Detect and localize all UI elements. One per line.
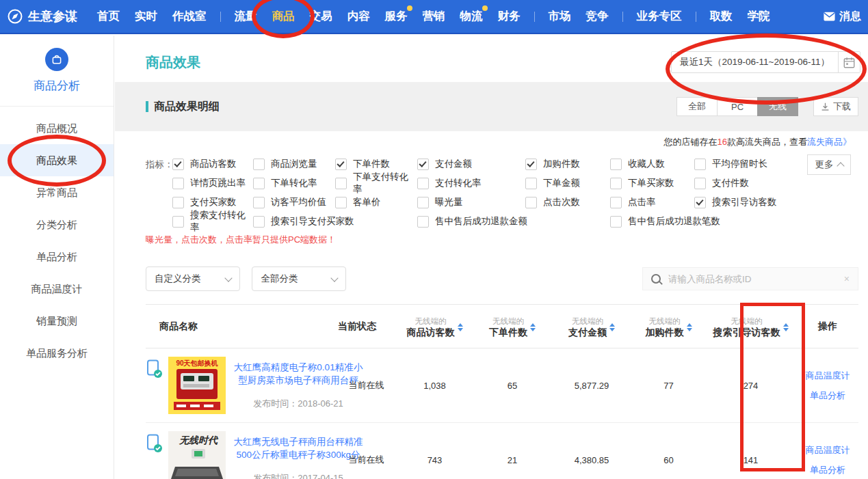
page-header: 商品效果 最近1天（2019-06-11~2019-06-11） — [115, 36, 868, 82]
metric-checkbox[interactable] — [610, 159, 622, 170]
sidebar-item[interactable]: 商品概况 — [0, 112, 114, 144]
sidebar-item[interactable]: 商品温度计 — [0, 273, 114, 305]
metric-option-label: 搜索支付转化率 — [190, 209, 253, 234]
nav-item[interactable]: 市场 — [549, 9, 571, 24]
clear-search-icon[interactable]: × — [844, 273, 850, 284]
wireless-online-icon — [146, 434, 163, 453]
nav-item[interactable]: 商品 — [272, 9, 295, 24]
channel-tab[interactable]: 全部 — [676, 97, 718, 116]
product-name-link[interactable]: 大红鹰无线电子秤商用台秤精准500公斤称重电秤子称300kg分 — [231, 435, 365, 461]
sort-carets-icon[interactable] — [783, 323, 789, 331]
metric-option: 下单买家数 — [610, 177, 694, 189]
sidebar-item[interactable]: 分类分析 — [0, 208, 114, 241]
nav-item[interactable]: 作战室 — [172, 9, 207, 24]
metric-option-label: 下单买家数 — [628, 177, 674, 189]
sort-carets-icon[interactable] — [458, 323, 463, 331]
date-range-value[interactable]: 最近1天（2019-06-11~2019-06-11） — [672, 52, 839, 72]
download-button[interactable]: 下载 — [813, 97, 858, 116]
metric-checkbox[interactable] — [172, 178, 184, 189]
nav-item[interactable]: 营销 — [423, 9, 445, 24]
sort-carets-icon[interactable] — [687, 323, 692, 331]
metric-checkbox[interactable] — [253, 178, 265, 189]
action-link[interactable]: 商品温度计 — [798, 370, 858, 382]
nav-item[interactable]: 学院 — [748, 9, 770, 24]
action-link[interactable]: 商品温度计 — [798, 444, 858, 456]
calendar-icon[interactable] — [839, 52, 860, 72]
metric-checkbox[interactable] — [335, 197, 347, 208]
action-link[interactable]: 单品分析 — [798, 389, 858, 402]
metric-checkbox[interactable] — [253, 197, 265, 208]
metric-checkbox[interactable] — [694, 178, 706, 189]
nav-item[interactable]: 物流 — [460, 9, 483, 24]
metric-value-cell: 60 — [633, 423, 705, 479]
metric-checkbox[interactable] — [253, 216, 265, 228]
more-metrics-button[interactable]: 更多 — [807, 154, 851, 175]
product-image[interactable]: 90天包邮换机 — [168, 357, 226, 414]
column-header-metric: 无线端的商品访客数 — [395, 305, 474, 348]
product-name-link[interactable]: 大红鹰高精度电子称0.01精准小型厨房菜市场电子秤商用台秤 — [231, 361, 365, 387]
metric-option: 下单支付转化率 — [335, 171, 417, 195]
sidebar-item[interactable]: 单品分析 — [0, 241, 114, 273]
metric-checkbox[interactable] — [525, 178, 537, 189]
churn-products-link[interactable]: 流失商品》 — [807, 137, 852, 147]
nav-item[interactable]: 首页 — [97, 9, 120, 24]
nav-item[interactable]: 服务 — [385, 9, 408, 24]
section-bar: 商品效果明细 全部PC无线 下载 — [115, 82, 868, 131]
nav-item[interactable]: 流量 — [235, 9, 257, 24]
churn-count: 16 — [718, 137, 727, 147]
metric-checkbox[interactable] — [694, 197, 706, 208]
metric-checkbox[interactable] — [253, 159, 265, 170]
nav-item[interactable]: 实时 — [135, 9, 157, 24]
metric-option-label: 下单件数 — [353, 158, 390, 170]
nav-item[interactable]: 业务专区 — [637, 9, 682, 24]
metric-option: 详情页跳出率 — [172, 177, 253, 189]
metric-checkbox[interactable] — [335, 159, 347, 170]
sidebar-item[interactable]: 商品效果 — [0, 144, 114, 176]
metric-checkbox[interactable] — [172, 159, 184, 170]
metric-value-cell: 21 — [474, 423, 551, 479]
metric-checkbox[interactable] — [417, 216, 429, 228]
metric-checkbox[interactable] — [417, 178, 429, 189]
channel-tab[interactable]: PC — [717, 97, 758, 116]
metric-option-label: 支付买家数 — [190, 196, 237, 208]
app-brand[interactable]: 生意参谋 — [7, 8, 77, 25]
messages-label: 消息 — [839, 10, 861, 24]
sidebar-item[interactable]: 单品服务分析 — [0, 337, 114, 369]
sort-carets-icon[interactable] — [530, 323, 536, 331]
metric-checkbox[interactable] — [694, 159, 706, 170]
metric-checkbox[interactable] — [525, 159, 537, 170]
metric-checkbox[interactable] — [610, 197, 622, 208]
product-search-box: × — [642, 267, 858, 290]
product-image[interactable]: 无线时代 — [168, 431, 226, 479]
all-category-select[interactable]: 全部分类 — [252, 266, 346, 291]
metric-option: 支付转化率 — [417, 177, 525, 189]
channel-tab[interactable]: 无线 — [757, 97, 798, 116]
column-header-metric: 无线端的支付金额 — [551, 305, 633, 348]
product-effect-table: 商品名称当前状态无线端的商品访客数无线端的下单件数无线端的支付金额无线端的加购件… — [146, 304, 858, 479]
nav-item[interactable]: 取数 — [710, 9, 733, 24]
metric-checkbox[interactable] — [335, 178, 347, 189]
action-link[interactable]: 单品分析 — [798, 464, 858, 476]
search-input[interactable] — [667, 273, 838, 285]
nav-item[interactable]: 内容 — [347, 9, 370, 24]
metric-option-label: 售中售后成功退款笔数 — [628, 215, 720, 228]
custom-category-select[interactable]: 自定义分类 — [146, 266, 240, 291]
sort-carets-icon[interactable] — [609, 323, 615, 331]
metric-row: 支付买家数访客平均价值客单价曝光量点击次数点击率搜索引导访客数 — [172, 193, 868, 212]
sidebar-menu: 商品概况商品效果异常商品分类分析单品分析商品温度计销量预测单品服务分析 — [0, 112, 114, 369]
nav-item[interactable]: 财务 — [498, 9, 521, 24]
metric-checkbox[interactable] — [610, 216, 622, 228]
metric-checkbox[interactable] — [610, 178, 622, 189]
nav-item[interactable]: 交易 — [310, 9, 332, 24]
metric-checkbox[interactable] — [417, 159, 429, 170]
column-header-status: 当前状态 — [337, 305, 395, 348]
metric-checkbox[interactable] — [172, 216, 184, 228]
messages-entry[interactable]: 消息 — [824, 10, 861, 24]
metric-checkbox[interactable] — [172, 197, 184, 208]
metric-checkbox[interactable] — [525, 197, 537, 208]
sidebar-item[interactable]: 销量预测 — [0, 305, 114, 337]
sidebar-group-title: 商品分析 — [0, 78, 114, 94]
sidebar-item[interactable]: 异常商品 — [0, 176, 114, 208]
nav-item[interactable]: 竞争 — [586, 9, 609, 24]
metric-checkbox[interactable] — [417, 197, 429, 208]
